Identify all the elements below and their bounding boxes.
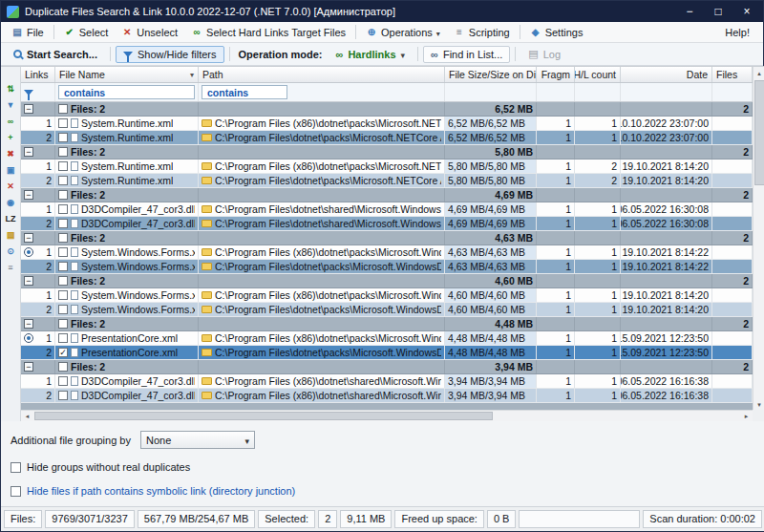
group-header-row[interactable]: Files: 26,52 MB2 [21, 102, 753, 117]
row-checkbox[interactable] [58, 219, 68, 228]
column-header-fragm[interactable]: Fragm [537, 67, 575, 82]
file-name: PresentationCore.xml [81, 331, 178, 345]
menu-item-scripting[interactable]: ≡Scripting [447, 22, 517, 42]
file-row[interactable]: 2System.Runtime.xmlC:\Program Files\dotn… [21, 174, 753, 188]
row-checkbox[interactable] [58, 333, 68, 343]
collapse-group-icon[interactable] [24, 233, 33, 243]
column-header-date[interactable]: Date [621, 67, 712, 82]
menu-help[interactable]: Help! [715, 27, 759, 38]
group-checkbox[interactable] [58, 362, 68, 372]
file-row[interactable]: 2PresentationCore.xmlC:\Program Files\do… [21, 346, 753, 360]
add-files-icon[interactable]: + [4, 131, 18, 144]
column-header-files[interactable]: Files [712, 67, 753, 82]
start-search-button[interactable]: Start Search... [6, 46, 105, 63]
maximize-button[interactable]: □ [711, 5, 725, 18]
horizontal-scrollbar[interactable] [21, 410, 753, 421]
file-row[interactable]: 1System.Runtime.xmlC:\Program Files (x86… [21, 160, 753, 174]
group-header-row[interactable]: Files: 23,94 MB2 [21, 360, 753, 374]
find-in-list-button[interactable]: Find in List... [423, 46, 510, 63]
filter-groups-icon[interactable]: ▼ [4, 98, 18, 112]
row-checkbox[interactable] [58, 262, 68, 271]
open-folder-icon[interactable]: ▤ [4, 228, 18, 242]
row-checkbox[interactable] [58, 133, 68, 142]
grouping-select[interactable]: None [140, 431, 255, 449]
group-header-row[interactable]: Files: 25,80 MB2 [21, 145, 753, 160]
operation-mode-select[interactable]: Hardlinks [329, 46, 414, 63]
file-row[interactable]: 1System.Windows.Forms.xmlC:\Program File… [21, 288, 753, 303]
folder-icon [202, 392, 212, 399]
row-checkbox[interactable] [58, 348, 68, 357]
file-icon [71, 161, 78, 171]
delete-files-icon[interactable]: ✕ [4, 180, 18, 193]
group-checkbox[interactable] [58, 319, 68, 329]
column-header-hl[interactable]: H/L count [575, 67, 621, 82]
group-checkbox[interactable] [58, 104, 68, 114]
group-checkbox[interactable] [58, 190, 68, 200]
row-checkbox[interactable] [58, 391, 68, 400]
file-row[interactable]: 1System.Runtime.xmlC:\Program Files (x86… [21, 117, 753, 131]
copy-files-icon[interactable]: ▣ [4, 163, 18, 177]
collapse-group-icon[interactable] [24, 276, 33, 286]
show-hide-filters-button[interactable]: Show/Hide filters [116, 46, 224, 63]
row-checkbox[interactable] [58, 176, 68, 185]
log-button[interactable]: Log [520, 45, 568, 63]
create-hardlink-icon[interactable]: ∞ [4, 115, 18, 128]
close-button[interactable]: × [740, 5, 753, 18]
properties-icon[interactable]: ≡ [4, 261, 18, 274]
scroll-left-icon[interactable] [21, 411, 33, 421]
column-header-links[interactable]: Links [21, 67, 55, 82]
row-checkbox[interactable] [58, 161, 68, 171]
collapse-group-icon[interactable] [24, 147, 33, 157]
file-row[interactable]: 2System.Windows.Forms.xmlC:\Program File… [21, 260, 753, 274]
filename-filter-input[interactable]: contains [58, 85, 195, 99]
lz-compress-icon[interactable]: LZ [4, 212, 18, 225]
option-checkbox[interactable] [11, 462, 21, 473]
collapse-group-icon[interactable] [24, 104, 33, 114]
row-checkbox[interactable] [58, 305, 68, 314]
path-filter-input[interactable]: contains [202, 85, 287, 99]
group-header-row[interactable]: Files: 24,63 MB2 [21, 231, 753, 245]
row-checkbox[interactable] [58, 247, 68, 257]
scroll-right-icon[interactable] [740, 411, 753, 421]
row-checkbox[interactable] [58, 204, 68, 214]
file-row[interactable]: 2System.Runtime.xmlC:\Program Files\dotn… [21, 131, 753, 145]
file-row[interactable]: 1PresentationCore.xmlC:\Program Files (x… [21, 331, 753, 346]
row-checkbox[interactable] [58, 376, 68, 386]
menu-item-unselect[interactable]: ✕Unselect [115, 22, 184, 42]
menu-item-settings[interactable]: ◈Settings [523, 22, 590, 42]
collapse-group-icon[interactable] [24, 319, 33, 329]
row-checkbox[interactable] [58, 118, 68, 128]
minimize-button[interactable]: − [683, 5, 696, 18]
option-checkbox[interactable] [11, 486, 21, 497]
hardlink-source-icon[interactable]: ◉ [4, 196, 18, 209]
menu-item-select[interactable]: ✔Select [57, 22, 116, 42]
column-header-size[interactable]: File Size/Size on Disk [445, 67, 537, 82]
file-row[interactable]: 1D3DCompiler_47_cor3.dllC:\Program Files… [21, 202, 753, 217]
group-checkbox[interactable] [58, 147, 68, 157]
column-header-path[interactable]: Path [199, 67, 445, 82]
invert-selection-icon[interactable]: ⇅ [4, 82, 18, 96]
collapse-group-icon[interactable] [24, 362, 33, 372]
group-header-row[interactable]: Files: 24,60 MB2 [21, 274, 753, 288]
menu-item-select-hardlink-targets[interactable]: ∞Select Hard Links Target Files [184, 22, 352, 42]
row-checkbox[interactable] [58, 290, 68, 300]
menu-item-operations[interactable]: ⊕Operations [359, 22, 447, 42]
group-checkbox[interactable] [58, 276, 68, 286]
group-checkbox[interactable] [58, 233, 68, 243]
horizontal-scroll-thumb[interactable] [34, 412, 493, 420]
break-link-icon[interactable]: ✖ [4, 147, 18, 160]
file-row[interactable]: 2System.Windows.Forms.xmlC:\Program File… [21, 303, 753, 317]
column-header-name[interactable]: File Name [55, 67, 199, 82]
vertical-scroll-thumb[interactable] [754, 80, 764, 185]
file-row[interactable]: 2D3DCompiler_47_cor3.dllC:\Program Files… [21, 389, 753, 403]
menu-item-file[interactable]: ▤File [5, 22, 51, 42]
file-row[interactable]: 1D3DCompiler_47_cor3.dllC:\Program Files… [21, 374, 753, 389]
vertical-scrollbar[interactable] [753, 67, 764, 411]
group-header-row[interactable]: Files: 24,69 MB2 [21, 188, 753, 202]
scroll-up-icon[interactable] [753, 67, 764, 79]
locate-file-icon[interactable]: ⊙ [4, 245, 18, 258]
collapse-group-icon[interactable] [24, 190, 33, 200]
file-row[interactable]: 1System.Windows.Forms.xmlC:\Program File… [21, 245, 753, 260]
group-header-row[interactable]: Files: 24,48 MB2 [21, 317, 753, 331]
file-row[interactable]: 2D3DCompiler_47_cor3.dllC:\Program Files… [21, 217, 753, 231]
